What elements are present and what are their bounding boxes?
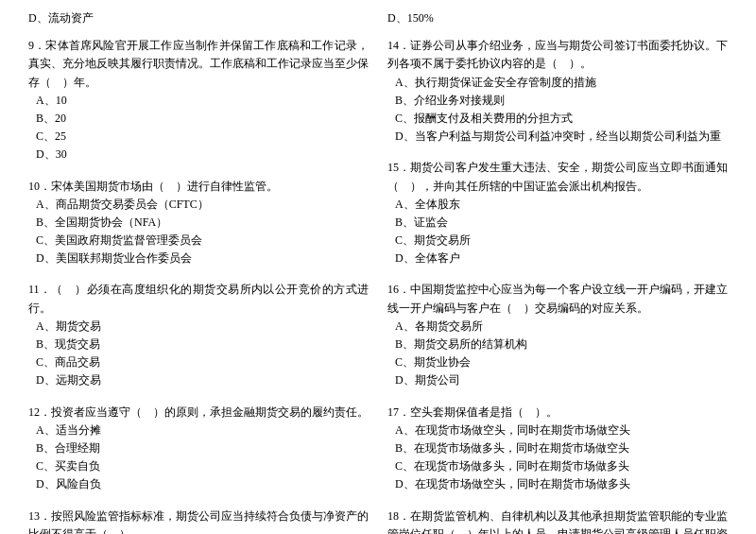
option-16a: A、各期货交易所 [387, 318, 728, 336]
option-9d: D、30 [28, 146, 369, 164]
question-18-text: 18．在期货监管机构、自律机构以及其他承担期货监管职能的专业监管岗位任职（ ）年… [387, 508, 728, 535]
option-17a: A、在现货市场做空头，同时在期货市场做空头 [387, 422, 728, 439]
option-10d: D、美国联邦期货业合作委员会 [28, 250, 369, 267]
option-16d: D、期货公司 [387, 371, 728, 389]
top-option-d-right: D、150% [387, 9, 728, 27]
question-11: 11．（ ）必须在高度组织化的期货交易所内以公开竞价的方式进行。 A、期货交易 … [28, 281, 369, 389]
option-10c: C、美国政府期货监督管理委员会 [28, 232, 369, 250]
option-12c: C、买卖自负 [28, 457, 369, 475]
option-12d: D、风险自负 [28, 475, 369, 493]
option-9c: C、25 [28, 128, 369, 146]
option-11d: D、远期交易 [28, 371, 369, 389]
question-16-text: 16．中国期货监控中心应当为每一个客户设立线一开户编码，开建立线一开户编码与客户… [387, 281, 728, 317]
option-9a: A、10 [28, 92, 369, 110]
question-14-text: 14．证券公司从事介绍业务，应当与期货公司签订书面委托协议。下列各项不属于委托协… [387, 37, 728, 73]
option-15c: C、期货交易所 [387, 232, 728, 250]
option-16c: C、期货业协会 [387, 353, 728, 371]
question-16: 16．中国期货监控中心应当为每一个客户设立线一开户编码，开建立线一开户编码与客户… [387, 281, 728, 389]
right-column: D、150% 14．证券公司从事介绍业务，应当与期货公司签订书面委托协议。下列各… [387, 9, 728, 534]
option-12b: B、合理经期 [28, 439, 369, 457]
option-17b: B、在现货市场做多头，同时在期货市场做空头 [387, 439, 728, 457]
question-15-text: 15．期货公司客户发生重大违法、安全，期货公司应当立即书面通知（ ），并向其任所… [387, 159, 728, 195]
question-15: 15．期货公司客户发生重大违法、安全，期货公司应当立即书面通知（ ），并向其任所… [387, 159, 728, 267]
question-13: 13．按照风险监管指标标准，期货公司应当持续符合负债与净资产的比例不得高于（ ）… [28, 508, 369, 535]
option-17c: C、在现货市场做多头，同时在期货市场做多头 [387, 457, 728, 475]
left-column: D、流动资产 9．宋体首席风险官开展工作应当制作并保留工作底稿和工作记录，真实、… [28, 9, 369, 534]
option-14a: A、执行期货保证金安全存管制度的措施 [387, 74, 728, 92]
option-9b: B、20 [28, 110, 369, 128]
question-12: 12．投资者应当遵守（ ）的原则，承担金融期货交易的履约责任。 A、适当分摊 B… [28, 404, 369, 494]
option-14c: C、报酬支付及相关费用的分担方式 [387, 110, 728, 128]
question-11-text: 11．（ ）必须在高度组织化的期货交易所内以公开竞价的方式进行。 [28, 281, 369, 317]
page-content: D、流动资产 9．宋体首席风险官开展工作应当制作并保留工作底稿和工作记录，真实、… [28, 9, 728, 534]
option-15a: A、全体股东 [387, 196, 728, 214]
question-9-text: 9．宋体首席风险官开展工作应当制作并保留工作底稿和工作记录，真实、充分地反映其履… [28, 37, 369, 92]
question-17: 17．空头套期保值者是指（ ）。 A、在现货市场做空头，同时在期货市场做空头 B… [387, 404, 728, 494]
top-option-d-left: D、流动资产 [28, 9, 369, 27]
option-12a: A、适当分摊 [28, 422, 369, 439]
option-15b: B、证监会 [387, 214, 728, 232]
question-9: 9．宋体首席风险官开展工作应当制作并保留工作底稿和工作记录，真实、充分地反映其履… [28, 37, 369, 164]
option-11b: B、现货交易 [28, 336, 369, 353]
question-14: 14．证券公司从事介绍业务，应当与期货公司签订书面委托协议。下列各项不属于委托协… [387, 37, 728, 146]
option-16b: B、期货交易所的结算机构 [387, 336, 728, 353]
option-10b: B、全国期货协会（NFA） [28, 214, 369, 232]
option-10a: A、商品期货交易委员会（CFTC） [28, 196, 369, 214]
option-14b: B、介绍业务对接规则 [387, 92, 728, 110]
option-17d: D、在现货市场做空头，同时在期货市场做多头 [387, 475, 728, 493]
option-11c: C、商品交易 [28, 353, 369, 371]
question-13-text: 13．按照风险监管指标标准，期货公司应当持续符合负债与净资产的比例不得高于（ ）… [28, 508, 369, 535]
question-10-text: 10．宋体美国期货市场由（ ）进行自律性监管。 [28, 178, 369, 196]
option-14d: D、当客户利益与期货公司利益冲突时，经当以期货公司利益为重 [387, 128, 728, 146]
question-12-text: 12．投资者应当遵守（ ）的原则，承担金融期货交易的履约责任。 [28, 404, 369, 422]
option-15d: D、全体客户 [387, 250, 728, 267]
question-10: 10．宋体美国期货市场由（ ）进行自律性监管。 A、商品期货交易委员会（CFTC… [28, 178, 369, 268]
question-18: 18．在期货监管机构、自律机构以及其他承担期货监管职能的专业监管岗位任职（ ）年… [387, 508, 728, 535]
question-17-text: 17．空头套期保值者是指（ ）。 [387, 404, 728, 422]
option-11a: A、期货交易 [28, 318, 369, 336]
